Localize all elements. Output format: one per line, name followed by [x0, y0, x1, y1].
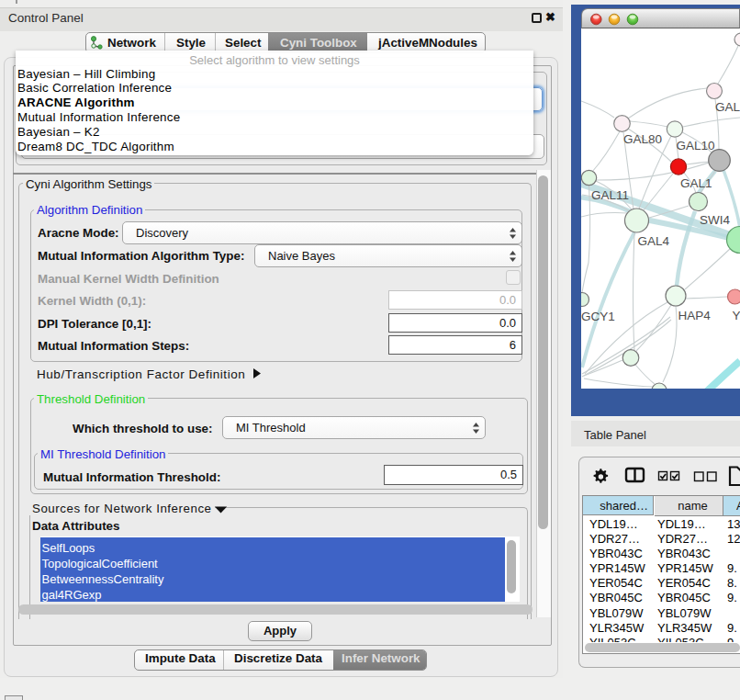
svg-text:GAL80: GAL80	[623, 132, 662, 146]
svg-text:GAL7: GAL7	[715, 100, 740, 114]
svg-text:GAL4: GAL4	[638, 234, 670, 248]
svg-text:HAP4: HAP4	[678, 309, 712, 322]
svg-text:GAL10: GAL10	[677, 139, 715, 152]
svg-text:GCY1: GCY1	[581, 310, 615, 323]
svg-text:SWI4: SWI4	[700, 213, 730, 227]
svg-text:GAL1: GAL1	[680, 176, 712, 190]
svg-text:GAL11: GAL11	[591, 188, 629, 202]
svg-text:YM: YM	[733, 309, 740, 322]
